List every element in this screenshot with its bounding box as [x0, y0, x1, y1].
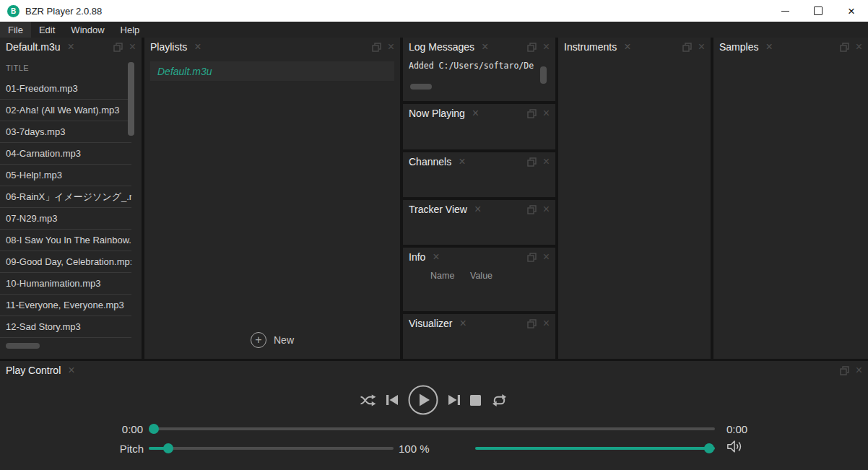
total-time: 0:00: [726, 423, 770, 435]
track-row[interactable]: 09-Good Day, Celebration.mp:: [0, 251, 131, 273]
undock-icon[interactable]: [372, 43, 381, 52]
close-icon[interactable]: ×: [698, 41, 705, 53]
visualizer-panel: Visualizer × ×: [403, 314, 555, 359]
undock-icon[interactable]: [682, 43, 692, 52]
play-button[interactable]: [408, 385, 438, 415]
log-messages-panel: Log Messages × × Added C:/Users/softaro/…: [403, 38, 555, 101]
close-icon[interactable]: ×: [543, 156, 550, 167]
playlist-item-label: Default.m3u: [157, 66, 212, 77]
tab-close-icon[interactable]: ×: [433, 251, 439, 263]
info-col-value[interactable]: Value: [470, 271, 492, 281]
volume-slider-handle[interactable]: [704, 443, 714, 453]
tab-close-icon[interactable]: ×: [765, 41, 772, 53]
seek-slider-handle[interactable]: [149, 424, 159, 434]
repeat-button[interactable]: [490, 393, 508, 407]
tab-close-icon[interactable]: ×: [67, 41, 74, 53]
tab-close-icon[interactable]: ×: [474, 204, 481, 215]
maximize-icon: [814, 6, 823, 15]
panel-title: Channels: [409, 156, 451, 167]
tab-close-icon[interactable]: ×: [624, 41, 630, 53]
undock-icon[interactable]: [527, 205, 537, 214]
panel-title: Playlists: [150, 41, 187, 53]
menu-window[interactable]: Window: [63, 22, 112, 38]
tab-close-icon[interactable]: ×: [459, 156, 465, 167]
repeat-icon: [490, 393, 508, 407]
menu-file[interactable]: File: [0, 22, 31, 38]
info-col-name[interactable]: Name: [430, 271, 454, 281]
tab-close-icon[interactable]: ×: [482, 41, 488, 53]
horizontal-scrollbar[interactable]: [6, 343, 40, 349]
info-header: Info × ×: [403, 248, 555, 266]
tracklist-panel-header: Default.m3u × ×: [0, 38, 142, 56]
close-window-button[interactable]: ×: [835, 0, 868, 22]
tab-close-icon[interactable]: ×: [68, 365, 74, 376]
stop-button[interactable]: [470, 395, 481, 406]
instruments-header: Instruments × ×: [558, 38, 711, 56]
vertical-scrollbar[interactable]: [540, 66, 547, 84]
track-row[interactable]: 07-N29.mp3: [0, 208, 131, 230]
stop-icon: [470, 395, 481, 406]
close-icon[interactable]: ×: [856, 365, 862, 376]
track-row[interactable]: 11-Everyone, Everyone.mp3: [0, 295, 131, 316]
undock-icon[interactable]: [527, 253, 537, 262]
samples-header: Samples × ×: [713, 38, 868, 56]
channels-header: Channels × ×: [403, 152, 555, 171]
tab-close-icon[interactable]: ×: [472, 108, 479, 119]
new-playlist-button[interactable]: + New: [144, 332, 400, 348]
track-row[interactable]: 08-I Saw You In The Rainbow.: [0, 230, 131, 251]
maximize-button[interactable]: [802, 0, 835, 22]
undock-icon[interactable]: [527, 109, 537, 118]
track-row[interactable]: 06-RainX」イメージソング_.mp3: [0, 186, 131, 208]
next-icon: [448, 394, 461, 406]
track-row[interactable]: 10-Humanimation.mp3: [0, 273, 131, 295]
undock-icon[interactable]: [527, 319, 537, 328]
track-row[interactable]: 02-Aha! (All We Want).mp3: [0, 100, 131, 121]
close-icon[interactable]: ×: [543, 108, 550, 119]
tracker-view-header: Tracker View × ×: [403, 200, 555, 219]
close-icon[interactable]: ×: [543, 318, 550, 329]
undock-icon[interactable]: [840, 43, 849, 52]
shuffle-button[interactable]: [360, 393, 376, 407]
close-icon[interactable]: ×: [388, 41, 394, 53]
track-row[interactable]: 04-Carnation.mp3: [0, 143, 131, 165]
tab-close-icon[interactable]: ×: [459, 318, 466, 329]
close-icon[interactable]: ×: [543, 251, 550, 263]
menu-help[interactable]: Help: [113, 22, 148, 38]
pitch-slider[interactable]: [149, 447, 394, 450]
horizontal-scrollbar[interactable]: [410, 84, 432, 90]
tracklist-column-header[interactable]: TITLE: [0, 56, 142, 78]
track-row[interactable]: 05-Help!.mp3: [0, 165, 131, 186]
track-row[interactable]: 12-Sad Story.mp3: [0, 316, 131, 338]
pitch-label: Pitch: [71, 443, 144, 455]
log-panel-header: Log Messages × ×: [403, 38, 555, 56]
tab-close-icon[interactable]: ×: [194, 41, 201, 53]
playlist-item-selected[interactable]: Default.m3u: [150, 61, 394, 81]
pitch-slider-handle[interactable]: [163, 443, 173, 453]
bzr-player-window: B BZR Player 2.0.88 × File Edit Window H…: [0, 0, 868, 470]
seek-slider[interactable]: [149, 427, 715, 430]
minimize-icon: [781, 11, 789, 12]
volume-slider[interactable]: [475, 447, 715, 450]
panel-title: Visualizer: [409, 318, 452, 329]
previous-button[interactable]: [386, 394, 399, 406]
undock-icon[interactable]: [113, 43, 123, 52]
next-button[interactable]: [448, 394, 461, 406]
close-icon[interactable]: ×: [856, 41, 862, 53]
track-row[interactable]: 01-Freedom.mp3: [0, 78, 131, 100]
undock-icon[interactable]: [840, 366, 849, 375]
tracklist-panel: Default.m3u × × TITLE 01-Freedom.mp3 02-…: [0, 38, 142, 359]
volume-icon[interactable]: [726, 440, 744, 456]
undock-icon[interactable]: [527, 157, 537, 167]
samples-panel: Samples × ×: [713, 38, 868, 359]
track-row[interactable]: 03-7days.mp3: [0, 121, 131, 143]
close-icon[interactable]: ×: [543, 204, 550, 215]
undock-icon[interactable]: [527, 43, 537, 52]
menu-edit[interactable]: Edit: [31, 22, 63, 38]
window-title: BZR Player 2.0.88: [25, 6, 102, 17]
minimize-button[interactable]: [768, 0, 802, 22]
vertical-scrollbar[interactable]: [128, 62, 134, 136]
plus-icon: +: [251, 332, 266, 348]
panel-title: Play Control: [6, 365, 61, 376]
close-icon[interactable]: ×: [129, 41, 136, 53]
close-icon[interactable]: ×: [543, 41, 550, 53]
